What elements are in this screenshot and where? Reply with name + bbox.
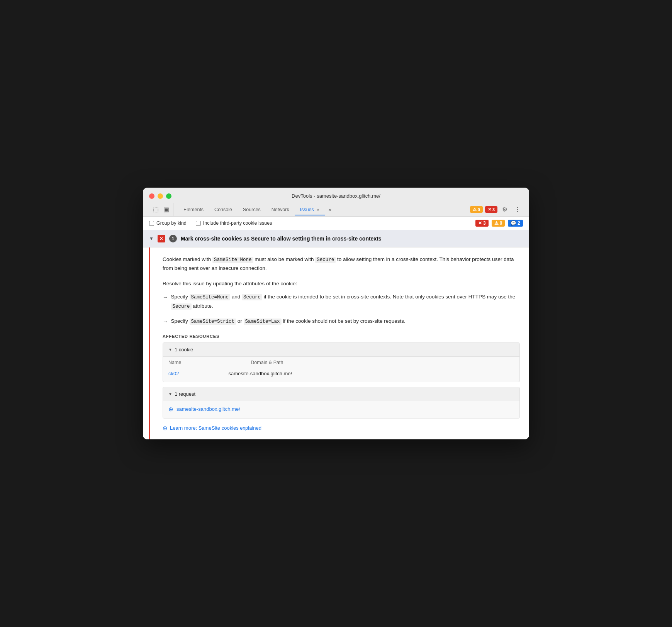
include-third-party-checkbox[interactable] bbox=[196, 221, 201, 226]
request-resource-group: ▼ 1 request ⊕ samesite-sandbox.glitch.me… bbox=[163, 387, 520, 419]
tabs-overflow-button[interactable]: » bbox=[325, 203, 335, 215]
include-third-party-label[interactable]: Include third-party cookie issues bbox=[196, 220, 272, 226]
tab-issues[interactable]: Issues × bbox=[295, 204, 325, 215]
cookie-table-header: Name Domain & Path bbox=[168, 360, 514, 367]
tab-console[interactable]: Console bbox=[209, 204, 238, 215]
cookie-row: ck02 samesite-sandbox.glitch.me/ bbox=[168, 369, 514, 378]
issue-error-badge: ✕ bbox=[158, 235, 165, 242]
warning-badge[interactable]: ⚠ 0 bbox=[470, 206, 483, 213]
issue-header[interactable]: ▼ ✕ 1 Mark cross-site cookies as Secure … bbox=[143, 230, 529, 247]
request-table: ⊕ samesite-sandbox.glitch.me/ bbox=[163, 401, 519, 418]
issue-count: 1 bbox=[169, 235, 177, 242]
name-col-header: Name bbox=[168, 360, 181, 365]
settings-button[interactable]: ⚙ bbox=[500, 204, 510, 215]
affected-label: AFFECTED RESOURCES bbox=[163, 334, 520, 339]
cookie-name-link[interactable]: ck02 bbox=[168, 371, 179, 376]
filter-counts: ✕ 3 ⚠ 0 💬 2 bbox=[475, 220, 523, 227]
error-count-badge: ✕ 3 bbox=[475, 220, 489, 227]
tabs-row: ⬚ ▣ Elements Console Sources Network Iss… bbox=[149, 203, 523, 216]
info-count-badge: 💬 2 bbox=[508, 220, 523, 227]
issue-expand-arrow: ▼ bbox=[149, 236, 154, 241]
info-icon: 💬 bbox=[511, 220, 516, 226]
tab-sources[interactable]: Sources bbox=[238, 204, 266, 215]
domain-col-header: Domain & Path bbox=[251, 360, 283, 365]
tab-icons: ⬚ ▣ bbox=[149, 203, 173, 216]
resolve-text: Resolve this issue by updating the attri… bbox=[163, 281, 520, 286]
code-secure-2: Secure bbox=[242, 294, 262, 300]
more-button[interactable]: ⋮ bbox=[512, 204, 523, 215]
bullet-text-1: Specify SameSite=None and Secure if the … bbox=[171, 293, 520, 311]
code-samesite-strict: SameSite=Strict bbox=[190, 319, 236, 325]
cookie-group-arrow: ▼ bbox=[168, 347, 172, 352]
request-icon: ⊕ bbox=[168, 406, 173, 413]
title-bar: DevTools - samesite-sandbox.glitch.me/ ⬚… bbox=[143, 188, 529, 217]
devtools-window: DevTools - samesite-sandbox.glitch.me/ ⬚… bbox=[143, 188, 529, 439]
bullet-arrow-2: → bbox=[163, 317, 168, 326]
request-url-link[interactable]: samesite-sandbox.glitch.me/ bbox=[176, 406, 240, 412]
cursor-icon-button[interactable]: ⬚ bbox=[152, 205, 160, 214]
cookie-domain: samesite-sandbox.glitch.me/ bbox=[228, 371, 292, 376]
group-by-kind-checkbox[interactable] bbox=[149, 221, 154, 226]
error-badge[interactable]: ✕ 3 bbox=[485, 206, 497, 213]
maximize-button[interactable] bbox=[166, 193, 171, 199]
affected-section: AFFECTED RESOURCES ▼ 1 cookie Name Domai… bbox=[163, 334, 520, 432]
tabs-right: ⚠ 0 ✕ 3 ⚙ ⋮ bbox=[470, 204, 523, 215]
cookie-resource-group: ▼ 1 cookie Name Domain & Path ck02 sames… bbox=[163, 342, 520, 382]
bullet-item-1: → Specify SameSite=None and Secure if th… bbox=[163, 293, 520, 311]
filter-bar: Group by kind Include third-party cookie… bbox=[143, 217, 529, 230]
warning-small-icon: ⚠ bbox=[494, 220, 499, 226]
code-samesite-lax: SameSite=Lax bbox=[244, 319, 282, 325]
request-group-label: 1 request bbox=[175, 391, 195, 397]
code-samesite-none: SameSite=None bbox=[212, 257, 253, 263]
inspect-icon-button[interactable]: ▣ bbox=[163, 205, 170, 214]
error-x-small-icon: ✕ bbox=[478, 220, 482, 226]
cookie-group-label: 1 cookie bbox=[175, 347, 193, 352]
error-x-icon: ✕ bbox=[488, 207, 491, 212]
main-content: ▼ ✕ 1 Mark cross-site cookies as Secure … bbox=[143, 230, 529, 439]
bullet-text-2: Specify SameSite=Strict or SameSite=Lax … bbox=[171, 317, 406, 326]
bullet-item-2: → Specify SameSite=Strict or SameSite=La… bbox=[163, 317, 520, 326]
tab-elements[interactable]: Elements bbox=[178, 204, 209, 215]
request-group-header[interactable]: ▼ 1 request bbox=[163, 387, 519, 401]
cookie-group-header[interactable]: ▼ 1 cookie bbox=[163, 343, 519, 357]
learn-more-icon: ⊕ bbox=[163, 425, 168, 432]
learn-more-link[interactable]: Learn more: SameSite cookies explained bbox=[170, 425, 261, 431]
request-group-arrow: ▼ bbox=[168, 392, 172, 396]
title-bar-top: DevTools - samesite-sandbox.glitch.me/ bbox=[149, 193, 523, 199]
window-title: DevTools - samesite-sandbox.glitch.me/ bbox=[292, 193, 380, 199]
issue-title: Mark cross-site cookies as Secure to all… bbox=[181, 236, 382, 242]
code-secure-1: Secure bbox=[315, 257, 336, 263]
tab-network[interactable]: Network bbox=[266, 204, 295, 215]
cookie-table: Name Domain & Path ck02 samesite-sandbox… bbox=[163, 357, 519, 382]
code-samesite-none-2: SameSite=None bbox=[190, 294, 231, 300]
warning-icon: ⚠ bbox=[473, 207, 477, 212]
close-button[interactable] bbox=[149, 193, 154, 199]
learn-more: ⊕ Learn more: SameSite cookies explained bbox=[163, 425, 520, 432]
request-row: ⊕ samesite-sandbox.glitch.me/ bbox=[168, 404, 514, 414]
minimize-button[interactable] bbox=[158, 193, 163, 199]
bullet-arrow-1: → bbox=[163, 293, 168, 302]
issue-description: Cookies marked with SameSite=None must a… bbox=[163, 255, 520, 273]
code-secure-3: Secure bbox=[171, 303, 192, 310]
tab-close-icon[interactable]: × bbox=[317, 207, 319, 212]
issue-body: Cookies marked with SameSite=None must a… bbox=[149, 247, 529, 439]
window-controls bbox=[149, 193, 171, 199]
group-by-kind-label[interactable]: Group by kind bbox=[149, 220, 187, 226]
warning-count-badge: ⚠ 0 bbox=[492, 220, 505, 227]
